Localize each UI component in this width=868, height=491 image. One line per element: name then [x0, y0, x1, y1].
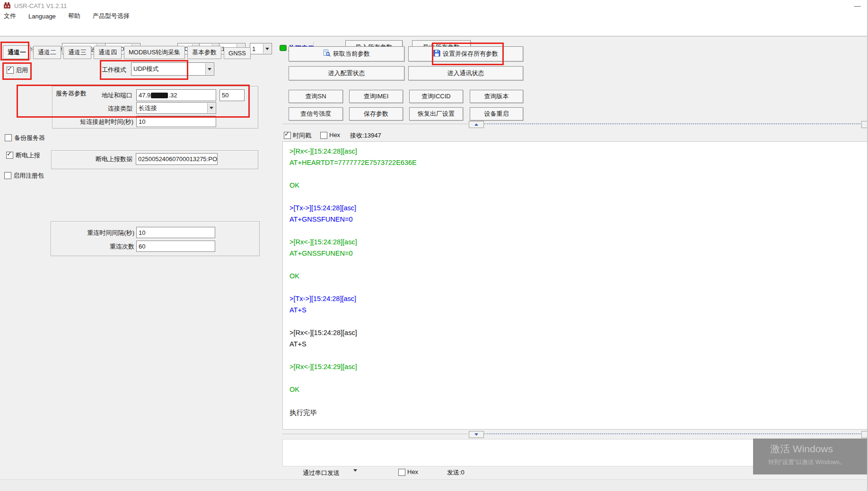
log-line: AT+HEARTDT=7777772E7573722E636E: [289, 159, 417, 170]
query-version-button[interactable]: 查询版本: [470, 90, 523, 103]
toolbar-separator: [0, 36, 868, 36]
backup-server-checkbox[interactable]: ✓: [5, 134, 12, 141]
log-line: 执行完毕: [289, 408, 417, 420]
triangle-up-icon: [474, 123, 478, 126]
menu-bar: 文件Language帮助产品型号选择: [0, 11, 868, 21]
scroll-up-button[interactable]: [469, 121, 484, 128]
get-params-button[interactable]: 获取当前参数: [289, 46, 404, 61]
chevron-down-icon[interactable]: [207, 103, 215, 113]
conn-type-select[interactable]: 长连接: [136, 102, 216, 114]
tab[interactable]: 通道三: [63, 46, 91, 59]
backup-server-label: 备份服务器: [14, 134, 45, 142]
menu-item[interactable]: 帮助: [68, 12, 80, 20]
hex-label: Hex: [329, 131, 340, 138]
log-line: [289, 261, 417, 272]
reconnect-count-label: 重连次数: [58, 242, 134, 251]
device-restart-button[interactable]: 设备重启: [470, 107, 523, 121]
tab[interactable]: 通道一: [3, 45, 31, 59]
work-mode-select[interactable]: UDP模式: [131, 62, 214, 76]
log-line: [289, 318, 417, 329]
enable-checkbox[interactable]: ✓: [7, 67, 14, 74]
query-signal-button[interactable]: 查信号强度: [289, 107, 343, 121]
chevron-down-icon[interactable]: [353, 472, 357, 479]
splitter-dots: [484, 433, 860, 434]
enter-comm-button[interactable]: 进入通讯状态: [408, 66, 523, 80]
flow-select[interactable]: 1: [250, 43, 272, 54]
doc-search-icon: [323, 50, 331, 59]
server-address-input[interactable]: 47.9.32: [136, 89, 216, 101]
log-line: [289, 227, 417, 238]
app-icon: [3, 2, 11, 11]
log-lines: >[Rx<-][15:24:28][asc]AT+HEARTDT=7777772…: [289, 147, 417, 420]
log-line: OK: [289, 181, 417, 193]
register-packet-checkbox[interactable]: ✓: [4, 172, 11, 179]
log-line: >[Rx<-][15:24:29][asc]: [289, 363, 417, 374]
server-port-input[interactable]: 50: [219, 89, 245, 101]
log-line: [289, 374, 417, 386]
splitter-dots: [484, 123, 860, 124]
enable-label: 启用: [16, 66, 28, 75]
factory-reset-button[interactable]: 恢复出厂设置: [409, 107, 463, 121]
save-params-button[interactable]: 保存参数: [349, 107, 403, 121]
chevron-down-icon[interactable]: [263, 44, 271, 53]
set-save-params-button[interactable]: 设置并保存所有参数: [408, 46, 523, 61]
send-hex-label: Hex: [407, 468, 418, 475]
log-line: OK: [289, 272, 417, 284]
short-timeout-input[interactable]: 10: [136, 116, 216, 127]
query-sn-button[interactable]: 查询SN: [289, 90, 343, 103]
channel-tabs: 通道一通道二通道三通道四MODBUS轮询采集基本参数GNSS: [3, 45, 251, 59]
log-line: AT+S: [289, 340, 417, 352]
watermark-line1: 激活 Windows: [770, 442, 833, 456]
log-line: >[Rx<-][15:24:28][asc]: [289, 238, 417, 250]
chevron-down-icon[interactable]: [205, 63, 213, 75]
sent-count-label: 发送:0: [447, 468, 465, 477]
windows-activation-watermark: 激活 Windows 转到"设置"以激活 Windows。: [753, 439, 868, 474]
enter-config-button[interactable]: 进入配置状态: [289, 66, 404, 80]
work-mode-label: 工作模式: [102, 66, 126, 74]
reconnect-interval-label: 重连时间间隔(秒): [58, 229, 134, 237]
send-via-serial-button[interactable]: 通过串口发送: [303, 469, 340, 477]
log-line: [289, 193, 417, 204]
log-line: [289, 352, 417, 363]
conn-type-label: 连接类型: [76, 104, 132, 113]
app-window: USR-CAT1 V1.2.11 — 文件Language帮助产品型号选择 [P…: [0, 0, 868, 491]
short-timeout-label: 短连接超时时间(秒): [57, 118, 133, 126]
log-line: [289, 284, 417, 295]
log-output-area[interactable]: >[Rx<-][15:24:28][asc]AT+HEARTDT=7777772…: [282, 141, 868, 430]
tab[interactable]: 通道四: [94, 46, 122, 59]
log-line: [289, 397, 417, 408]
timestamp-checkbox[interactable]: ✓: [284, 132, 291, 139]
menu-item[interactable]: 产品型号选择: [93, 12, 130, 20]
log-line: OK: [289, 386, 417, 397]
query-imei-button[interactable]: 查询IMEI: [349, 90, 403, 103]
hex-checkbox[interactable]: ✓: [320, 132, 327, 139]
menu-item[interactable]: 文件: [4, 12, 16, 20]
splitter-line: [282, 434, 468, 435]
address-port-label: 地址和端口: [76, 91, 132, 100]
power-off-data-label: 断电上报数据: [80, 155, 132, 164]
log-line: AT+S: [289, 306, 417, 318]
tab[interactable]: GNSS: [224, 47, 251, 59]
log-line: [289, 170, 417, 181]
power-off-report-checkbox[interactable]: ✓: [6, 152, 13, 159]
log-line: AT+GNSSFUNEN=0: [289, 215, 417, 227]
floppy-save-icon: [433, 50, 440, 58]
register-packet-label: 启用注册包: [13, 172, 44, 180]
title-bar: USR-CAT1 V1.2.11 —: [0, 0, 868, 11]
tab[interactable]: 基本参数: [187, 46, 221, 59]
port-open-indicator-icon: [280, 45, 287, 51]
tab[interactable]: 通道二: [33, 46, 61, 59]
menu-item[interactable]: Language: [28, 13, 56, 20]
reconnect-interval-input[interactable]: 10: [136, 227, 215, 238]
splitter-line: [282, 124, 468, 125]
minimize-button[interactable]: —: [847, 0, 868, 11]
query-iccid-button[interactable]: 查询ICCID: [409, 90, 463, 103]
scroll-down-button[interactable]: [469, 431, 484, 438]
power-off-data-input[interactable]: 02500524060700013275:PO: [136, 153, 218, 165]
log-line: >[Tx->][15:24:28][asc]: [289, 204, 417, 215]
tab[interactable]: MODBUS轮询采集: [124, 46, 185, 59]
send-hex-checkbox[interactable]: ✓: [398, 469, 405, 476]
reconnect-count-input[interactable]: 60: [136, 241, 215, 252]
recv-count-label: 接收:13947: [350, 131, 381, 140]
serial-toolbar: [PC串口参数]：串口号 COM3 波特率 115200 检验/数据/停止 NO…: [0, 21, 868, 36]
